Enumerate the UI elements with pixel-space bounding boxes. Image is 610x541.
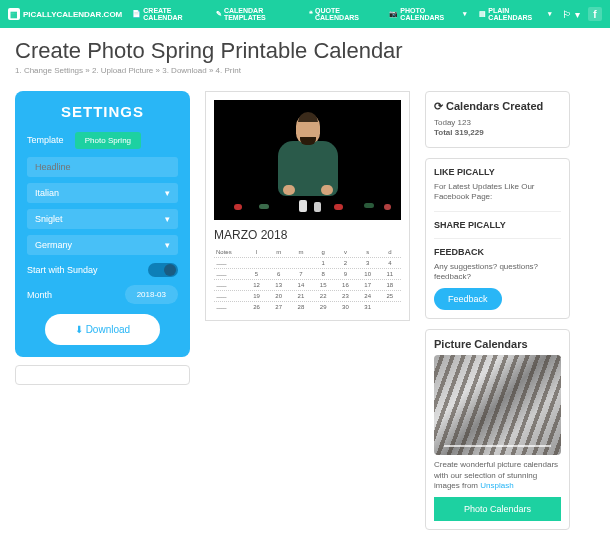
chevron-down-icon: ▾	[165, 240, 170, 250]
settings-panel: SETTINGS Template Photo Spring Italian▾ …	[15, 91, 190, 357]
nav-photo[interactable]: 📷PHOTO CALENDARS ▾	[389, 7, 467, 21]
download-button[interactable]: ⬇ Download	[45, 314, 160, 345]
logo-text: PICALLYCALENDAR.COM	[23, 10, 122, 19]
month-label: Month	[27, 290, 52, 300]
pic-title: Picture Calendars	[434, 338, 561, 350]
headline-input[interactable]	[27, 157, 178, 177]
logo-icon: ▦	[8, 8, 20, 20]
nav-links: 📄CREATE CALENDAR ✎CALENDAR TEMPLATES ❝QU…	[132, 7, 552, 21]
nav-plain[interactable]: ▤PLAIN CALENDARS ▾	[479, 7, 552, 21]
calendar-week: ...............262728293031	[214, 301, 401, 312]
nav-create[interactable]: 📄CREATE CALENDAR	[132, 7, 204, 21]
cat-image[interactable]	[434, 355, 561, 455]
navbar: ▦ PICALLYCALENDAR.COM 📄CREATE CALENDAR ✎…	[0, 0, 610, 28]
settings-title: SETTINGS	[27, 103, 178, 120]
sunday-label: Start with Sunday	[27, 265, 98, 275]
calendar-week: ...............567891011	[214, 268, 401, 279]
calendar-month-title: MARZO 2018	[214, 228, 401, 242]
calendar-grid: Notes l m m g v s d ...............1234.…	[214, 247, 401, 312]
like-text: For Latest Updates Like Our Facebook Pag…	[434, 182, 561, 203]
chevron-down-icon: ▾	[165, 188, 170, 198]
feedback-text: Any suggestions? questions? feedback?	[434, 262, 561, 283]
calendar-week: ...............19202122232425	[214, 290, 401, 301]
template-label: Template	[27, 135, 72, 145]
calendar-week: ...............12131415161718	[214, 279, 401, 290]
feedback-title: FEEDBACK	[434, 247, 561, 257]
country-select[interactable]: Germany▾	[27, 235, 178, 255]
page-title: Create Photo Spring Printable Calendar	[0, 28, 610, 64]
breadcrumb: 1. Change Settings » 2. Upload Picture »…	[0, 64, 610, 83]
nav-quote[interactable]: ❝QUOTE CALENDARS	[309, 7, 377, 21]
template-badge[interactable]: Photo Spring	[75, 132, 141, 149]
facebook-icon[interactable]: f	[588, 7, 602, 21]
calendars-created-card: ⟳ Calendars Created Today 123 Total 319,…	[425, 91, 570, 148]
total-count: Total 319,229	[434, 128, 561, 138]
nav-right: 🏳 ▾ f	[562, 7, 602, 21]
month-input[interactable]: 2018-03	[125, 285, 178, 304]
created-title: ⟳ Calendars Created	[434, 100, 561, 113]
chevron-down-icon: ▾	[165, 214, 170, 224]
notes-header: Notes	[214, 247, 245, 257]
font-select[interactable]: Sniglet▾	[27, 209, 178, 229]
unsplash-link[interactable]: Unsplash	[480, 481, 513, 490]
nav-templates[interactable]: ✎CALENDAR TEMPLATES	[216, 7, 297, 21]
photo-calendars-button[interactable]: Photo Calendars	[434, 497, 561, 521]
calendar-preview: MARZO 2018 Notes l m m g v s d .........…	[205, 91, 410, 321]
sunday-toggle[interactable]	[148, 263, 178, 277]
today-count: Today 123	[434, 118, 561, 128]
social-card: LIKE PICALLY For Latest Updates Like Our…	[425, 158, 570, 320]
empty-panel	[15, 365, 190, 385]
share-title: SHARE PICALLY	[434, 220, 561, 230]
logo[interactable]: ▦ PICALLYCALENDAR.COM	[8, 8, 122, 20]
calendar-photo[interactable]	[214, 100, 401, 220]
feedback-button[interactable]: Feedback	[434, 288, 502, 310]
flag-icon[interactable]: 🏳 ▾	[562, 9, 580, 20]
calendar-week: ...............1234	[214, 257, 401, 268]
pic-text: Create wonderful picture calendars with …	[434, 460, 561, 491]
picture-calendars-card: Picture Calendars Create wonderful pictu…	[425, 329, 570, 529]
language-select[interactable]: Italian▾	[27, 183, 178, 203]
like-title: LIKE PICALLY	[434, 167, 561, 177]
